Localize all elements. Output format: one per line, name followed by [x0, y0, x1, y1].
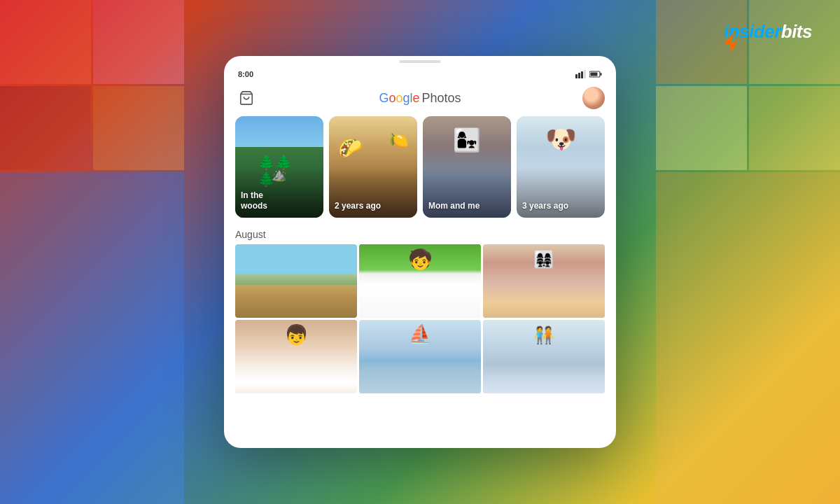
bg-photo-9: [0, 172, 184, 504]
photos-label: Photos: [422, 91, 461, 106]
photo-boy[interactable]: 🧒: [359, 244, 481, 318]
memory-card-woods[interactable]: ⛰️ In the woods: [235, 116, 323, 218]
svg-rect-3: [581, 71, 583, 78]
photo-beach[interactable]: [235, 244, 357, 318]
shopping-bag-icon[interactable]: [235, 87, 258, 109]
google-photos-logo: Google Photos: [379, 91, 461, 106]
bg-photo-2: [93, 0, 184, 84]
battery-icon: [589, 70, 602, 78]
memory-label-woods: In the woods: [241, 190, 267, 212]
device-frame: 8:00 Google: [224, 56, 616, 448]
bg-photo-1: [0, 0, 91, 84]
august-section: August 🧒: [235, 229, 605, 393]
signal-icon: [575, 70, 587, 78]
photo-group[interactable]: 👩‍👩‍👧‍👧: [483, 244, 605, 318]
google-text: Google: [379, 91, 419, 106]
status-icons: [575, 70, 602, 78]
section-heading-august: August: [235, 229, 605, 240]
memories-row: ⛰️ In the woods 🌮 🍋 2 years ago: [235, 116, 605, 218]
bg-photo-4: [93, 86, 184, 170]
bg-photo-10: [656, 172, 840, 504]
memory-card-mom[interactable]: 👩‍👧 Mom and me: [423, 116, 511, 218]
svg-rect-7: [591, 73, 598, 76]
scroll-content[interactable]: ⛰️ In the woods 🌮 🍋 2 years ago: [224, 116, 616, 448]
status-bar: 8:00: [224, 64, 616, 81]
avatar-image: [582, 87, 605, 109]
photo-sailboat[interactable]: ⛵: [359, 320, 481, 393]
memory-card-food[interactable]: 🌮 🍋 2 years ago: [329, 116, 417, 218]
memory-label-dog: 3 years ago: [522, 201, 568, 212]
memory-label-food: 2 years ago: [335, 201, 381, 212]
photo-child[interactable]: 👦: [235, 320, 357, 393]
bg-photo-3: [0, 86, 91, 170]
insiderbits-logo: insiderbits: [720, 21, 812, 43]
memory-label-mom: Mom and me: [428, 201, 479, 212]
svg-rect-1: [575, 74, 578, 78]
user-avatar[interactable]: [582, 87, 605, 109]
notch-bar: [224, 56, 616, 64]
svg-rect-2: [578, 73, 580, 78]
photo-grid-row2: 👦 ⛵ 🧑‍🤝‍🧑: [235, 320, 605, 393]
svg-rect-4: [584, 70, 586, 78]
photo-grid-row1: 🧒 👩‍👩‍👧‍👧: [235, 244, 605, 318]
svg-rect-6: [601, 73, 602, 76]
memory-card-dog[interactable]: 🐶 3 years ago: [517, 116, 605, 218]
bg-photo-8: [749, 86, 840, 170]
app-header: Google Photos: [224, 81, 616, 116]
photo-people-crowd[interactable]: 🧑‍🤝‍🧑: [483, 320, 605, 393]
svg-marker-0: [724, 34, 738, 52]
bg-photo-7: [656, 86, 747, 170]
notch: [399, 60, 441, 63]
time-display: 8:00: [238, 70, 253, 78]
